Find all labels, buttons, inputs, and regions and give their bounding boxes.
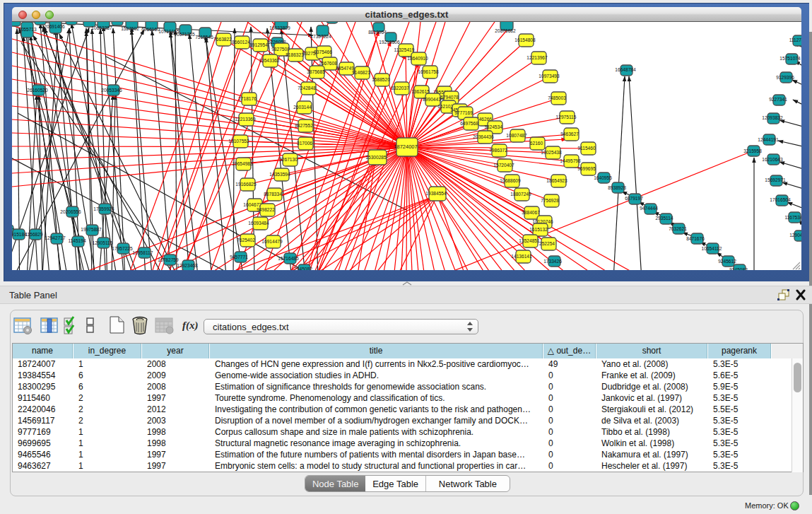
svg-text:16961758: 16961758 bbox=[418, 69, 439, 74]
svg-text:16648784: 16648784 bbox=[615, 67, 636, 72]
svg-text:1156829: 1156829 bbox=[25, 232, 43, 237]
svg-text:7756928: 7756928 bbox=[541, 198, 559, 203]
svg-text:20206556: 20206556 bbox=[60, 209, 81, 214]
svg-text:1145194: 1145194 bbox=[68, 238, 86, 243]
svg-text:11325419: 11325419 bbox=[394, 47, 415, 52]
svg-text:20364436: 20364436 bbox=[473, 134, 494, 139]
svg-text:12213369: 12213369 bbox=[235, 117, 256, 122]
svg-text:12905115: 12905115 bbox=[93, 240, 113, 245]
svg-text:19055713: 19055713 bbox=[16, 27, 37, 32]
svg-text:3267130: 3267130 bbox=[279, 157, 298, 162]
svg-text:9827508: 9827508 bbox=[271, 47, 290, 52]
svg-text:15300285: 15300285 bbox=[365, 155, 387, 160]
svg-text:16093484: 16093484 bbox=[248, 221, 269, 226]
svg-text:9375466: 9375466 bbox=[314, 49, 332, 54]
svg-text:10653287: 10653287 bbox=[91, 25, 112, 30]
svg-text:8471676: 8471676 bbox=[686, 236, 705, 241]
svg-text:18724007: 18724007 bbox=[394, 144, 417, 150]
svg-text:8427552: 8427552 bbox=[295, 123, 313, 128]
svg-text:1167534: 1167534 bbox=[784, 215, 801, 220]
svg-text:12213967: 12213967 bbox=[526, 55, 548, 60]
svg-text:19975887: 19975887 bbox=[81, 227, 102, 232]
svg-text:16154808: 16154808 bbox=[514, 37, 536, 42]
svg-text:7485003: 7485003 bbox=[548, 95, 566, 100]
svg-text:14353594: 14353594 bbox=[269, 172, 290, 177]
svg-text:17016504: 17016504 bbox=[770, 197, 791, 202]
svg-text:9498222: 9498222 bbox=[257, 207, 275, 212]
svg-text:6794078: 6794078 bbox=[440, 95, 459, 100]
svg-text:20691406: 20691406 bbox=[44, 24, 65, 29]
svg-text:15720407: 15720407 bbox=[493, 163, 514, 168]
svg-text:7632621: 7632621 bbox=[669, 226, 687, 231]
svg-text:7986372: 7986372 bbox=[489, 148, 507, 153]
svg-text:2945082: 2945082 bbox=[294, 267, 312, 270]
svg-text:14136141: 14136141 bbox=[511, 254, 532, 259]
svg-text:16914479: 16914479 bbox=[261, 239, 283, 244]
svg-text:10543362: 10543362 bbox=[259, 58, 280, 63]
svg-text:1615132: 1615132 bbox=[529, 227, 548, 232]
svg-text:8990443: 8990443 bbox=[423, 97, 441, 102]
svg-text:2667608: 2667608 bbox=[319, 61, 337, 66]
svg-text:13524851: 13524851 bbox=[519, 238, 540, 243]
svg-text:10807487: 10807487 bbox=[506, 133, 527, 138]
svg-text:7663822: 7663822 bbox=[213, 37, 232, 42]
svg-text:16782759: 16782759 bbox=[158, 257, 179, 262]
svg-text:19166825: 19166825 bbox=[235, 182, 257, 187]
svg-text:8813054: 8813054 bbox=[368, 30, 387, 35]
svg-text:9227341: 9227341 bbox=[769, 97, 787, 102]
svg-text:12444191: 12444191 bbox=[758, 137, 779, 142]
svg-text:62160: 62160 bbox=[530, 141, 543, 146]
svg-text:8186323: 8186323 bbox=[286, 52, 304, 57]
svg-text:7515546: 7515546 bbox=[195, 35, 213, 40]
svg-text:6966160: 6966160 bbox=[141, 27, 160, 32]
svg-text:9129396: 9129396 bbox=[776, 75, 794, 80]
svg-text:2603144: 2603144 bbox=[293, 105, 312, 110]
svg-text:20876682: 20876682 bbox=[495, 28, 516, 33]
svg-text:18807249: 18807249 bbox=[510, 192, 531, 197]
svg-text:8878334: 8878334 bbox=[264, 192, 282, 197]
svg-text:12923468: 12923468 bbox=[177, 263, 198, 268]
svg-text:6497568: 6497568 bbox=[460, 121, 478, 126]
svg-text:17357224: 17357224 bbox=[310, 34, 331, 39]
svg-text:7625402: 7625402 bbox=[237, 238, 255, 243]
svg-text:19218506: 19218506 bbox=[379, 40, 400, 45]
svg-text:9146821: 9146821 bbox=[352, 70, 370, 75]
svg-text:10025438: 10025438 bbox=[541, 150, 562, 155]
svg-text:16033809: 16033809 bbox=[269, 25, 290, 30]
svg-text:3824534: 3824534 bbox=[484, 124, 502, 129]
svg-text:1588520: 1588520 bbox=[372, 77, 390, 82]
svg-text:8938928: 8938928 bbox=[608, 185, 626, 190]
svg-text:10973493: 10973493 bbox=[539, 74, 560, 78]
svg-text:16210643: 16210643 bbox=[762, 157, 783, 162]
svg-text:9474444: 9474444 bbox=[640, 206, 658, 211]
svg-text:17359924: 17359924 bbox=[93, 206, 114, 211]
svg-text:9115460: 9115460 bbox=[577, 146, 596, 151]
svg-text:f(x): f(x) bbox=[182, 320, 199, 332]
svg-text:8660124: 8660124 bbox=[232, 40, 250, 45]
svg-text:1112748: 1112748 bbox=[789, 37, 801, 42]
svg-text:14495798: 14495798 bbox=[560, 158, 581, 163]
svg-text:7242848: 7242848 bbox=[298, 86, 316, 90]
svg-text:1290463: 1290463 bbox=[789, 233, 801, 238]
svg-text:15716485: 15716485 bbox=[278, 256, 299, 261]
svg-text:1527602: 1527602 bbox=[121, 26, 139, 31]
svg-text:12093832: 12093832 bbox=[762, 115, 783, 120]
svg-text:10688609: 10688609 bbox=[500, 178, 521, 183]
svg-text:18640910: 18640910 bbox=[407, 56, 428, 61]
svg-text:2935114: 2935114 bbox=[655, 216, 673, 221]
svg-text:26160520: 26160520 bbox=[27, 88, 48, 93]
svg-text:9777169: 9777169 bbox=[454, 110, 473, 115]
svg-text:1733426: 1733426 bbox=[543, 259, 562, 264]
svg-text:18654923: 18654923 bbox=[546, 178, 567, 183]
svg-text:2718176: 2718176 bbox=[238, 96, 257, 101]
svg-text:8912954: 8912954 bbox=[249, 42, 268, 47]
svg-text:3215958: 3215958 bbox=[743, 148, 762, 153]
svg-text:12942717: 12942717 bbox=[45, 235, 66, 240]
svg-text:1640955: 1640955 bbox=[594, 175, 612, 180]
svg-text:12975115: 12975115 bbox=[556, 115, 577, 119]
svg-text:317006: 317006 bbox=[297, 141, 312, 146]
svg-text:6879197: 6879197 bbox=[625, 196, 643, 201]
svg-text:10671355: 10671355 bbox=[174, 32, 195, 37]
svg-text:19654983: 19654983 bbox=[232, 161, 253, 166]
svg-text:17957225: 17957225 bbox=[112, 246, 133, 251]
